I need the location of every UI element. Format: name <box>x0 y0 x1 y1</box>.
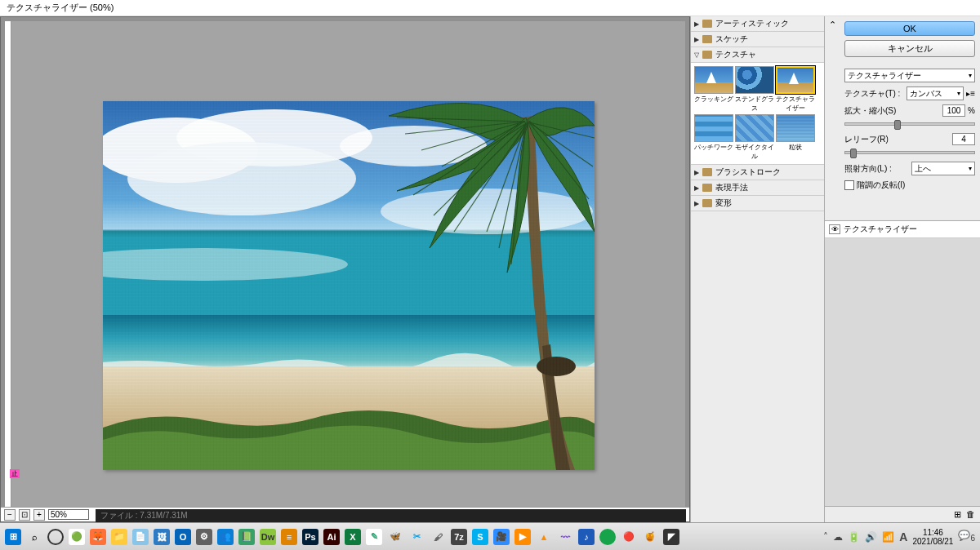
new-layer-button[interactable]: ⊞ <box>954 509 961 520</box>
app3-icon[interactable]: 〰 <box>557 529 573 545</box>
filter-select[interactable]: テクスチャライザー▾ <box>844 69 975 82</box>
effect-layers: 👁 テクスチャライザー ⊞ 🗑 <box>825 220 980 522</box>
app-icon[interactable]: 📗 <box>238 529 255 545</box>
brush-icon[interactable]: 🖌 <box>430 529 446 545</box>
butterfly-icon[interactable]: 🦋 <box>387 529 403 545</box>
app5-icon[interactable]: ◤ <box>663 529 679 545</box>
cancel-button[interactable]: キャンセル <box>844 40 975 57</box>
filter-label: クラッキング <box>694 95 733 103</box>
photoshop-icon[interactable]: Ps <box>302 529 318 545</box>
category-label: アーティスティック <box>715 18 789 29</box>
filter-select-value: テクスチャライザー <box>848 70 921 82</box>
search-icon[interactable]: ⌕ <box>26 529 42 545</box>
category-texture[interactable]: ▽テクスチャ <box>691 47 824 63</box>
settings-panel: ⌃ OK キャンセル テクスチャライザー▾ テクスチャ(T) : カンバス▾ ▸… <box>825 16 980 522</box>
filter-patchwork[interactable]: パッチワーク <box>694 114 733 161</box>
cloud-icon[interactable]: ☁ <box>833 531 843 543</box>
zoom-fit-button[interactable]: ⊡ <box>19 509 30 521</box>
relief-input[interactable] <box>952 133 975 145</box>
settings-icon[interactable]: ⚙ <box>196 529 212 545</box>
filter-mosaic-tile[interactable]: モザイクタイル <box>735 114 774 161</box>
scale-input[interactable] <box>942 104 965 117</box>
folder-icon <box>702 168 712 176</box>
chrome-icon[interactable]: 🟢 <box>69 529 85 545</box>
folder-icon <box>702 184 712 192</box>
clock[interactable]: 11:46 2021/08/21 <box>912 528 953 546</box>
firefox-icon[interactable]: 🦊 <box>90 529 106 545</box>
volume-icon[interactable]: 🔊 <box>865 531 877 543</box>
ok-button[interactable]: OK <box>844 21 975 36</box>
app2-icon[interactable]: ✎ <box>366 529 382 545</box>
marker-icon: 止 <box>10 469 20 478</box>
texture-label: テクスチャ(T) : <box>844 88 904 100</box>
scale-label: 拡大・縮小(S) <box>844 105 940 117</box>
texture-value: カンバス <box>910 88 942 100</box>
titlebar: テクスチャライザー (50%) <box>0 0 980 16</box>
scale-unit: % <box>968 106 975 115</box>
relief-slider[interactable] <box>844 151 975 154</box>
zoom-input[interactable] <box>48 509 89 520</box>
light-select[interactable]: 上へ▾ <box>911 162 975 175</box>
ruler-vertical <box>5 21 11 517</box>
effect-layer-row[interactable]: 👁 テクスチャライザー <box>825 221 980 238</box>
ime-icon[interactable]: A <box>899 530 907 543</box>
notepad-icon[interactable]: 📄 <box>132 529 149 545</box>
seven-icon[interactable]: 7z <box>451 529 467 545</box>
zoom-icon[interactable]: 🎥 <box>493 529 510 545</box>
start-button[interactable]: ⊞ <box>5 529 21 545</box>
snip-icon[interactable]: ✂ <box>408 529 425 545</box>
tray-chevron-icon[interactable]: ˄ <box>823 531 828 543</box>
zoom-in-button[interactable]: + <box>33 509 45 521</box>
canvas-viewport[interactable]: 止 <box>5 21 685 517</box>
invert-checkbox[interactable] <box>844 180 854 190</box>
explorer-icon[interactable]: 📁 <box>111 529 127 545</box>
battery-icon[interactable]: 🔋 <box>848 531 860 543</box>
filter-label: ステンドグラス <box>735 95 774 112</box>
taskbar: ⊞ ⌕ 🟢 🦊 📁 📄 🖼 O ⚙ 👥 📗 Dw ≡ Ps Ai X ✎ 🦋 ✂… <box>0 522 980 550</box>
filter-grain[interactable]: 粒状 <box>776 114 815 161</box>
outlook-icon[interactable]: O <box>175 529 191 545</box>
zoom-bar: − ⊡ + ファイル : 7.31M/7.31M <box>1 507 689 521</box>
filter-label: 粒状 <box>789 144 802 151</box>
filter-stained-glass[interactable]: ステンドグラス <box>735 66 774 113</box>
status-bar: ファイル : 7.31M/7.31M <box>96 509 686 521</box>
texture-select[interactable]: カンバス▾ <box>906 86 964 100</box>
category-artistic[interactable]: ▶アーティスティック <box>691 16 824 32</box>
category-distort[interactable]: ▶変形 <box>691 196 824 211</box>
status-text: ファイル : 7.31M/7.31M <box>96 509 686 522</box>
vlc-icon[interactable]: ▲ <box>536 529 552 545</box>
notif-count: 6 <box>970 534 975 543</box>
media-icon[interactable]: ▶ <box>514 529 531 545</box>
app4-icon[interactable]: 🍯 <box>642 529 658 545</box>
category-brushstroke[interactable]: ▶ブラシストローク <box>691 165 824 180</box>
filter-texturizer[interactable]: テクスチャライザー <box>776 66 815 113</box>
notification-icon[interactable]: 💬6 <box>958 530 975 543</box>
delete-layer-button[interactable]: 🗑 <box>966 509 975 520</box>
layer-name: テクスチャライザー <box>844 224 917 235</box>
dreamweaver-icon[interactable]: Dw <box>260 529 276 545</box>
photos-icon[interactable]: 🖼 <box>154 529 170 545</box>
record-icon[interactable]: 🔴 <box>621 529 637 545</box>
filter-label: テクスチャライザー <box>776 95 815 112</box>
visibility-icon[interactable]: 👁 <box>829 224 840 234</box>
skype-icon[interactable]: S <box>472 529 488 545</box>
excel-icon[interactable]: X <box>345 529 361 545</box>
category-label: 変形 <box>715 197 732 209</box>
collapse-button[interactable]: ⌃ <box>825 16 840 196</box>
texture-menu-icon[interactable]: ▸≡ <box>966 89 975 98</box>
scale-slider[interactable] <box>844 122 975 126</box>
folder-icon <box>702 199 712 207</box>
wifi-icon[interactable]: 📶 <box>882 531 894 543</box>
sublime-icon[interactable]: ≡ <box>281 529 297 545</box>
teams-icon[interactable]: 👥 <box>217 529 234 545</box>
filter-crackling[interactable]: クラッキング <box>694 66 733 113</box>
music-icon[interactable]: ♪ <box>578 529 595 545</box>
category-sketch[interactable]: ▶スケッチ <box>691 32 824 47</box>
preview-image[interactable] <box>103 101 595 470</box>
filter-thumbnails: クラッキング ステンドグラス テクスチャライザー パッチワーク モザイクタイル … <box>691 63 824 165</box>
cortana-icon[interactable] <box>47 529 64 545</box>
illustrator-icon[interactable]: Ai <box>323 529 340 545</box>
category-stylize[interactable]: ▶表現手法 <box>691 180 824 196</box>
zoom-out-button[interactable]: − <box>4 509 16 521</box>
green-icon[interactable] <box>599 529 616 545</box>
